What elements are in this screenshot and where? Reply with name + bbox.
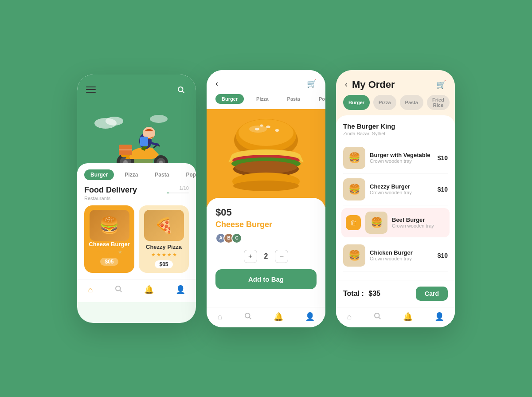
order-item-2: 🍔 Chezzy Burger Crown wooden tray $10	[343, 174, 448, 205]
p2-tab-popular[interactable]: Popular	[313, 94, 325, 104]
p2-category-tabs: Burger Pizza Pasta Popular	[207, 94, 325, 109]
p3-category-tabs: Burger Pizza Pasta Fried Rice	[336, 95, 455, 115]
p3-header: ‹ My Order 🛒	[336, 70, 455, 95]
item-3-img: 🍔	[365, 212, 387, 234]
item-2-img: 🍔	[343, 178, 365, 200]
bottom-nav-1: ⌂ 🔔 👤	[77, 279, 196, 302]
tab-popular[interactable]: Popular	[180, 169, 196, 180]
order-total: Total : $35 Card	[336, 280, 455, 307]
p2-header: ‹ 🛒	[207, 70, 325, 94]
p2-tab-pizza[interactable]: Pizza	[250, 94, 275, 104]
add-to-bag-button[interactable]: Add to Bag	[215, 269, 317, 289]
user-nav-icon[interactable]: 👤	[176, 285, 185, 295]
delete-item-button[interactable]: 🗑	[346, 215, 361, 230]
qty-decrease-button[interactable]: −	[275, 250, 288, 263]
p3-back-button[interactable]: ‹	[345, 80, 348, 89]
svg-point-34	[249, 126, 267, 133]
back-button[interactable]: ‹	[215, 79, 218, 88]
item-1-img: 🍔	[343, 147, 365, 169]
p3-tab-pizza[interactable]: Pizza	[373, 95, 396, 110]
quantity-control: + 2 −	[215, 250, 317, 263]
section-header: Food Delivery Restaurants 1/10	[84, 185, 189, 201]
food-card-chezzy-pizza[interactable]: 🍕 Chezzy Pizza ★★★★★ $05	[139, 205, 189, 273]
svg-line-19	[120, 290, 121, 291]
menu-icon[interactable]	[86, 86, 96, 93]
food-cards: 🍔 Cheese Burger ★★★★★ $05 🍕 Chezzy Pizza…	[84, 205, 189, 273]
svg-line-38	[379, 317, 380, 318]
svg-point-22	[239, 119, 293, 146]
item-4-sub: Crown wooden tray	[370, 256, 433, 261]
avatar-3: C	[231, 233, 242, 244]
p2-bell-icon[interactable]: 🔔	[274, 312, 283, 322]
restaurant-address: Zinda Bazar, Sylhet	[343, 131, 448, 136]
burger-illustration	[222, 116, 310, 200]
category-tabs: Burger Pizza Pasta Popular	[84, 169, 189, 180]
bell-nav-icon[interactable]: 🔔	[144, 285, 154, 295]
page-indicator: 1/10	[167, 185, 189, 191]
p2-search-icon[interactable]	[244, 312, 252, 322]
p2-home-icon[interactable]: ⌂	[217, 312, 222, 322]
item-3-sub: Crown wooden tray	[392, 223, 445, 228]
p3-search-icon[interactable]	[373, 312, 381, 322]
phone-2: ‹ 🛒 Burger Pizza Pasta Popular	[207, 70, 325, 327]
order-item-3-highlighted: 🗑 🍔 Beef Burger Crown wooden tray	[341, 208, 450, 237]
p3-title: My Order	[352, 79, 395, 90]
item-4-img: 🍔	[343, 244, 365, 267]
card-payment-button[interactable]: Card	[416, 287, 448, 301]
p3-user-icon[interactable]: 👤	[434, 312, 444, 322]
item-1-price: $10	[438, 154, 448, 161]
item-4-name: Chicken Burger	[370, 249, 433, 256]
total-label: Total : $35	[343, 290, 380, 298]
svg-line-36	[249, 317, 250, 318]
tab-burger[interactable]: Burger	[84, 169, 114, 180]
tab-pizza[interactable]: Pizza	[118, 169, 144, 180]
card-1-price: $05	[100, 258, 118, 266]
svg-point-24	[266, 126, 270, 128]
order-item-1: 🍔 Burger with Vegetable Crown wooden tra…	[343, 142, 448, 174]
item-2-price: $10	[438, 186, 448, 193]
item-2-sub: Crown wooden tray	[370, 190, 433, 195]
home-nav-icon[interactable]: ⌂	[88, 285, 93, 295]
qty-increase-button[interactable]: +	[244, 250, 257, 263]
user-avatars: A B C	[215, 233, 317, 244]
p3-bell-icon[interactable]: 🔔	[403, 312, 413, 322]
detail-name: Cheese Burger	[215, 220, 317, 229]
svg-line-1	[182, 91, 184, 92]
svg-point-31	[235, 161, 297, 173]
bottom-nav-3: ⌂ 🔔 👤	[336, 307, 455, 327]
detail-price: $05	[215, 207, 317, 218]
svg-point-33	[233, 181, 299, 191]
card-1-stars: ★★★★★	[97, 249, 122, 255]
item-4-price: $10	[438, 252, 448, 259]
order-item-4: 🍔 Chicken Burger Crown wooden tray $10	[343, 240, 448, 271]
svg-point-25	[275, 129, 279, 132]
p2-user-icon[interactable]: 👤	[305, 312, 315, 322]
phone-3: ‹ My Order 🛒 Burger Pizza Pasta Fried Ri…	[336, 70, 455, 327]
p3-tab-burger[interactable]: Burger	[343, 95, 370, 110]
search-nav-icon[interactable]	[114, 285, 122, 295]
p2-tab-burger[interactable]: Burger	[215, 94, 244, 104]
food-card-cheese-burger[interactable]: 🍔 Cheese Burger ★★★★★ $05	[84, 205, 134, 273]
svg-point-3	[106, 117, 123, 126]
item-1-name: Burger with Vegetable	[370, 152, 433, 158]
restaurant-name: The Burger King	[343, 122, 448, 130]
search-icon[interactable]	[175, 83, 187, 96]
p3-tab-fried-rice[interactable]: Fried Rice	[427, 95, 450, 110]
p2-tab-pasta[interactable]: Pasta	[281, 94, 306, 104]
cart-icon[interactable]: 🛒	[307, 79, 317, 89]
p3-cart-icon[interactable]: 🛒	[436, 80, 446, 90]
tab-pasta[interactable]: Pasta	[149, 169, 175, 180]
item-1-sub: Crown wooden tray	[370, 158, 433, 164]
qty-value: 2	[264, 252, 268, 260]
card-2-stars: ★★★★★	[151, 252, 177, 258]
p3-home-icon[interactable]: ⌂	[347, 312, 352, 322]
card-2-price: $05	[155, 260, 172, 268]
p2-hero	[207, 109, 325, 207]
card-2-name: Chezzy Pizza	[146, 244, 182, 250]
section-title: Food Delivery	[84, 185, 137, 195]
p3-content: The Burger King Zinda Bazar, Sylhet 🍔 Bu…	[336, 115, 455, 327]
p2-detail: $05 Cheese Burger A B C + 2 − Add to Bag	[207, 198, 325, 307]
p3-tab-pasta[interactable]: Pasta	[400, 95, 423, 110]
svg-point-4	[150, 115, 168, 123]
svg-rect-17	[140, 137, 148, 146]
